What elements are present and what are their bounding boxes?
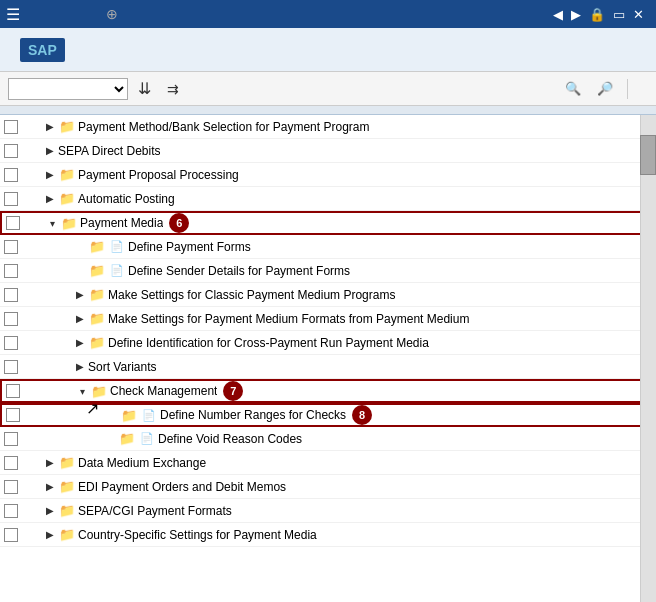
step-badge: 6: [169, 213, 189, 233]
tree-row[interactable]: ▶📁Make Settings for Payment Medium Forma…: [0, 307, 656, 331]
row-label: Payment Media: [80, 216, 163, 230]
scrollbar[interactable]: [640, 115, 656, 602]
row-checkbox[interactable]: [4, 144, 18, 158]
menu-item-additional-information[interactable]: [84, 10, 100, 18]
row-label: Make Settings for Payment Medium Formats…: [108, 312, 469, 326]
tree-row[interactable]: 📁📄Define Payment Forms: [0, 235, 656, 259]
row-label: SEPA/CGI Payment Formats: [78, 504, 232, 518]
row-checkbox[interactable]: [4, 360, 18, 374]
tree-row[interactable]: ▶Sort Variants: [0, 355, 656, 379]
toolbar-separator: [627, 79, 628, 99]
row-checkbox[interactable]: [6, 216, 20, 230]
row-checkbox[interactable]: [6, 408, 20, 422]
expand-icon[interactable]: ▶: [42, 527, 58, 543]
structure-header: [0, 106, 656, 115]
expand-icon[interactable]: ▶: [42, 503, 58, 519]
tree-row[interactable]: ▶📁Country-Specific Settings for Payment …: [0, 523, 656, 547]
doc-icon: 📄: [108, 262, 126, 280]
tree-row[interactable]: ▾📁Payment Media6: [0, 211, 656, 235]
tree-row[interactable]: ▶📁SEPA/CGI Payment Formats: [0, 499, 656, 523]
row-checkbox[interactable]: [4, 336, 18, 350]
row-checkbox[interactable]: [4, 456, 18, 470]
expand-icon: [102, 431, 118, 447]
collapse-all-button[interactable]: ⇉: [161, 79, 185, 99]
row-checkbox[interactable]: [4, 168, 18, 182]
tree-row[interactable]: ▶📁Data Medium Exchange: [0, 451, 656, 475]
menu-item-goto[interactable]: [66, 10, 82, 18]
row-label: Define Payment Forms: [128, 240, 251, 254]
more-button[interactable]: [189, 87, 204, 91]
expand-icon: [72, 239, 88, 255]
row-checkbox[interactable]: [4, 432, 18, 446]
tree-row[interactable]: ▶SEPA Direct Debits: [0, 139, 656, 163]
tree-row[interactable]: ▶📁EDI Payment Orders and Debit Memos: [0, 475, 656, 499]
history-dropdown[interactable]: [8, 78, 128, 100]
row-label: Payment Method/Bank Selection for Paymen…: [78, 120, 369, 134]
expand-icon[interactable]: ▶: [72, 335, 88, 351]
row-checkbox[interactable]: [4, 192, 18, 206]
expand-icon[interactable]: ▾: [74, 383, 90, 399]
doc-icon: 📄: [138, 430, 156, 448]
row-checkbox[interactable]: [4, 528, 18, 542]
tree-row[interactable]: ▶📁Automatic Posting: [0, 187, 656, 211]
row-checkbox[interactable]: [6, 384, 20, 398]
row-checkbox[interactable]: [4, 312, 18, 326]
folder-icon: 📁: [88, 238, 106, 256]
menu-item-implementation-guide[interactable]: [30, 10, 46, 18]
row-label: EDI Payment Orders and Debit Memos: [78, 480, 286, 494]
expand-icon[interactable]: ▶: [42, 119, 58, 135]
tree-area[interactable]: ▶📁Payment Method/Bank Selection for Paym…: [0, 115, 656, 602]
nav-back-icon[interactable]: ◀: [553, 7, 563, 22]
expand-icon[interactable]: ▶: [72, 311, 88, 327]
folder-icon: 📁: [58, 190, 76, 208]
tree-row[interactable]: ▶📁Payment Proposal Processing: [0, 163, 656, 187]
tree-row[interactable]: ▶📁Make Settings for Classic Payment Medi…: [0, 283, 656, 307]
hamburger-icon[interactable]: ☰: [6, 5, 20, 24]
row-checkbox[interactable]: [4, 504, 18, 518]
row-checkbox[interactable]: [4, 480, 18, 494]
folder-icon: 📁: [120, 406, 138, 424]
row-label: Check Management: [110, 384, 217, 398]
tree-row[interactable]: 📁📄Define Number Ranges for Checks8: [0, 403, 656, 427]
exit-button[interactable]: [636, 87, 648, 91]
scroll-thumb[interactable]: [640, 135, 656, 175]
expand-icon: [104, 407, 120, 423]
restore-icon[interactable]: ▭: [613, 7, 625, 22]
row-checkbox[interactable]: [4, 120, 18, 134]
menu-item-edit[interactable]: [48, 10, 64, 18]
tree-row[interactable]: ▶📁Define Identification for Cross-Paymen…: [0, 331, 656, 355]
row-checkbox[interactable]: [4, 264, 18, 278]
title-bar: SAP: [0, 28, 656, 72]
search-settings-button[interactable]: 🔎: [591, 79, 619, 98]
expand-icon[interactable]: ▶: [42, 479, 58, 495]
folder-icon: 📁: [58, 478, 76, 496]
folder-icon: 📁: [58, 118, 76, 136]
tree-row[interactable]: 📁📄Define Sender Details for Payment Form…: [0, 259, 656, 283]
close-icon[interactable]: ✕: [633, 7, 644, 22]
row-checkbox[interactable]: [4, 288, 18, 302]
expand-icon[interactable]: ▶: [42, 143, 58, 159]
row-label: Define Sender Details for Payment Forms: [128, 264, 350, 278]
expand-icon[interactable]: ▾: [44, 215, 60, 231]
nav-forward-icon[interactable]: ▶: [571, 7, 581, 22]
row-checkbox[interactable]: [4, 240, 18, 254]
doc-icon: 📄: [140, 406, 158, 424]
menu-bar: ☰ ⊕ ◀ ▶ 🔒 ▭ ✕: [0, 0, 656, 28]
expand-icon[interactable]: ▶: [42, 167, 58, 183]
tree-row[interactable]: ▶📁Payment Method/Bank Selection for Paym…: [0, 115, 656, 139]
menu-icons: ◀ ▶ 🔒 ▭ ✕: [547, 7, 650, 22]
expand-all-button[interactable]: ⇊: [132, 77, 157, 100]
row-label: Define Void Reason Codes: [158, 432, 302, 446]
expand-icon: [72, 263, 88, 279]
tree-row[interactable]: ▾📁Check Management7: [0, 379, 656, 403]
expand-icon[interactable]: ▶: [42, 455, 58, 471]
search-button[interactable]: 🔍: [559, 79, 587, 98]
expand-icon[interactable]: ▶: [72, 287, 88, 303]
lock-icon[interactable]: 🔒: [589, 7, 605, 22]
expand-icon[interactable]: ▶: [42, 191, 58, 207]
search-icon: 🔍: [565, 81, 581, 96]
row-label: Automatic Posting: [78, 192, 175, 206]
row-label: Define Number Ranges for Checks: [160, 408, 346, 422]
tree-row[interactable]: 📁📄Define Void Reason Codes: [0, 427, 656, 451]
expand-icon[interactable]: ▶: [72, 359, 88, 375]
